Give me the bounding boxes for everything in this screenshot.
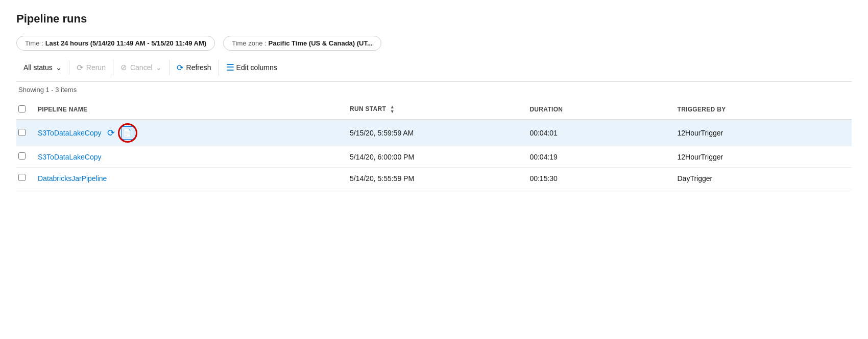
cancel-button[interactable]: ⊘ Cancel ⌄ bbox=[113, 60, 170, 75]
triggered-by-cell: 12HourTrigger bbox=[671, 120, 852, 146]
refresh-icon: ⟳ bbox=[177, 63, 183, 73]
row-checkbox[interactable] bbox=[18, 174, 26, 181]
pipeline-name-link[interactable]: S3ToDataLakeCopy bbox=[38, 153, 102, 161]
pipeline-runs-table: PIPELINE NAME RUN START ▲▼ DURATION TRIG… bbox=[16, 101, 852, 189]
timezone-filter-label: Time zone : bbox=[232, 39, 266, 47]
timezone-filter-pill[interactable]: Time zone : Pacific Time (US & Canada) (… bbox=[223, 36, 381, 51]
run-start-cell: 5/15/20, 5:59:59 AM bbox=[344, 120, 523, 146]
refresh-button[interactable]: ⟳ Refresh bbox=[170, 60, 219, 76]
pipeline-name-link[interactable]: DatabricksJarPipeline bbox=[38, 174, 107, 183]
edit-columns-icon: ☰ bbox=[226, 62, 233, 73]
run-start-cell: 5/14/20, 5:55:59 PM bbox=[344, 168, 523, 189]
edit-columns-label: Edit columns bbox=[236, 63, 277, 72]
duration-cell: 00:04:19 bbox=[523, 146, 671, 168]
page-title: Pipeline runs bbox=[16, 12, 852, 26]
toolbar: All status ⌄ ⟳ Rerun ⊘ Cancel ⌄ ⟳ Refres… bbox=[16, 59, 852, 82]
triggered-by-cell: DayTrigger bbox=[671, 168, 852, 189]
chevron-down-icon: ⌄ bbox=[56, 63, 62, 72]
time-filter-label: Time : bbox=[25, 39, 43, 47]
table-row: S3ToDataLakeCopy⟳📄5/15/20, 5:59:59 AM00:… bbox=[16, 120, 852, 146]
header-pipeline-name: PIPELINE NAME bbox=[32, 101, 344, 120]
cancel-chevron-icon: ⌄ bbox=[156, 63, 162, 72]
all-status-label: All status bbox=[23, 63, 53, 72]
table-row: DatabricksJarPipeline5/14/20, 5:55:59 PM… bbox=[16, 168, 852, 189]
row-checkbox[interactable] bbox=[18, 129, 26, 136]
table-row: S3ToDataLakeCopy5/14/20, 6:00:00 PM00:04… bbox=[16, 146, 852, 168]
triggered-by-cell: 12HourTrigger bbox=[671, 146, 852, 168]
cancel-icon: ⊘ bbox=[120, 63, 127, 72]
pipeline-name-link[interactable]: S3ToDataLakeCopy bbox=[38, 129, 102, 137]
time-filter-pill[interactable]: Time : Last 24 hours (5/14/20 11:49 AM -… bbox=[16, 36, 215, 51]
header-duration: DURATION bbox=[523, 101, 671, 120]
select-all-checkbox[interactable] bbox=[18, 105, 26, 112]
duration-cell: 00:04:01 bbox=[523, 120, 671, 146]
time-filter-value: Last 24 hours (5/14/20 11:49 AM - 5/15/2… bbox=[45, 39, 207, 47]
run-start-cell: 5/14/20, 6:00:00 PM bbox=[344, 146, 523, 168]
row-log-icon[interactable]: 📄 bbox=[121, 126, 134, 140]
pipeline-name-cell: S3ToDataLakeCopy bbox=[32, 146, 344, 168]
edit-columns-button[interactable]: ☰ Edit columns bbox=[219, 59, 284, 76]
header-checkbox-col bbox=[16, 101, 32, 120]
row-checkbox-cell bbox=[16, 146, 32, 168]
row-log-icon-wrapper: 📄 bbox=[121, 126, 134, 140]
duration-cell: 00:15:30 bbox=[523, 168, 671, 189]
table-header-row: PIPELINE NAME RUN START ▲▼ DURATION TRIG… bbox=[16, 101, 852, 120]
all-status-button[interactable]: All status ⌄ bbox=[16, 60, 69, 75]
row-checkbox[interactable] bbox=[18, 152, 26, 160]
timezone-filter-value: Pacific Time (US & Canada) (UT... bbox=[269, 39, 373, 47]
showing-label: Showing 1 - 3 items bbox=[16, 86, 852, 94]
row-rerun-icon[interactable]: ⟳ bbox=[105, 126, 118, 140]
cancel-label: Cancel bbox=[130, 63, 153, 72]
pipeline-name-cell: S3ToDataLakeCopy⟳📄 bbox=[32, 120, 344, 146]
rerun-icon: ⟳ bbox=[77, 63, 83, 73]
row-checkbox-cell bbox=[16, 168, 32, 189]
rerun-label: Rerun bbox=[86, 63, 106, 72]
rerun-button[interactable]: ⟳ Rerun bbox=[69, 60, 113, 76]
refresh-label: Refresh bbox=[186, 63, 211, 72]
row-checkbox-cell bbox=[16, 120, 32, 146]
header-triggered-by: TRIGGERED BY bbox=[671, 101, 852, 120]
sort-icon: ▲▼ bbox=[390, 105, 395, 114]
filter-bar: Time : Last 24 hours (5/14/20 11:49 AM -… bbox=[16, 36, 852, 51]
pipeline-name-cell: DatabricksJarPipeline bbox=[32, 168, 344, 189]
header-run-start[interactable]: RUN START ▲▼ bbox=[344, 101, 523, 120]
page-container: Pipeline runs Time : Last 24 hours (5/14… bbox=[0, 0, 868, 339]
